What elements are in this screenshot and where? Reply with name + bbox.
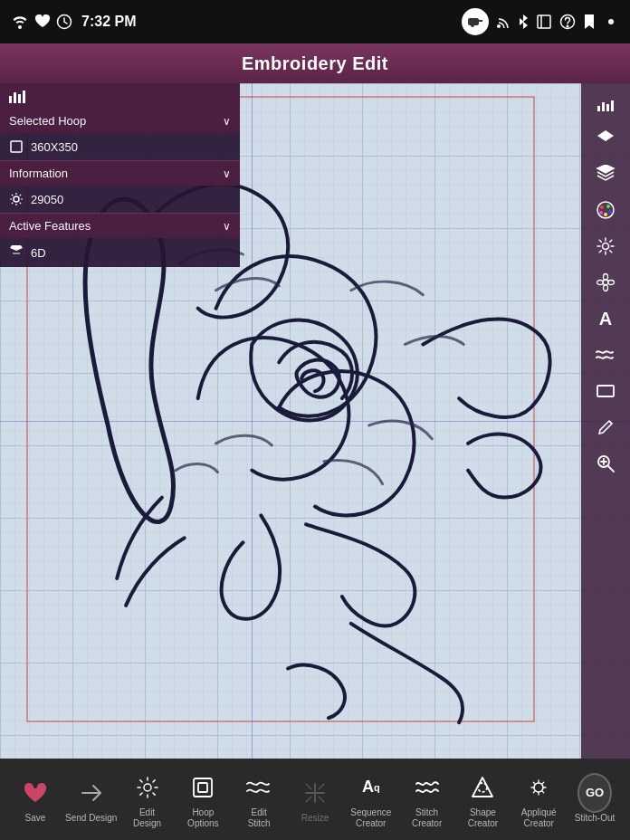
- send-design-icon: [74, 776, 109, 810]
- svg-rect-27: [597, 386, 614, 396]
- stitch-out-icon: GO: [578, 776, 612, 810]
- shape-creator-icon: [465, 770, 500, 805]
- edit-stitch-icon: [242, 770, 276, 805]
- page-title: Embroidery Edit: [242, 53, 388, 74]
- status-bar: 7:32 PM: [0, 0, 630, 43]
- edit-design-label: EditDesign: [133, 807, 161, 829]
- stitch-count-value: 29050: [31, 193, 63, 206]
- bottom-toolbar: Save Send Design EditDesign HoopOptions: [0, 759, 630, 840]
- main-area: Selected Hoop ∨ 360X350 Information ∨: [0, 83, 630, 759]
- information-header[interactable]: Information ∨: [0, 161, 240, 186]
- applique-creator-label: AppliquéCreator: [521, 807, 557, 829]
- bookmark-icon: [583, 14, 596, 30]
- layers-button[interactable]: [587, 158, 624, 190]
- stitch-creator-label: StitchCreator: [412, 807, 442, 829]
- palette-button[interactable]: [587, 194, 624, 226]
- svg-point-18: [608, 210, 612, 214]
- active-feature-row: 6D: [0, 238, 240, 267]
- crosshair-horizontal: [0, 421, 630, 422]
- svg-point-19: [604, 213, 607, 216]
- help-icon: [559, 14, 576, 30]
- selected-hoop-header[interactable]: Selected Hoop ∨: [0, 109, 240, 133]
- resize-icon: [298, 776, 332, 810]
- edit-design-button[interactable]: EditDesign: [121, 770, 174, 829]
- stitch-type-button[interactable]: [587, 339, 624, 371]
- bluetooth-icon: [518, 14, 529, 30]
- save-label: Save: [25, 813, 46, 824]
- resize-label: Resize: [301, 813, 329, 824]
- chevron-down-icon: ∨: [223, 115, 231, 128]
- active-feature-value: 6D: [31, 246, 46, 260]
- feature-icon: [9, 244, 24, 261]
- svg-point-4: [497, 24, 501, 28]
- right-bars-icon: [597, 97, 614, 111]
- title-bar: Embroidery Edit: [0, 43, 630, 83]
- send-design-button[interactable]: Send Design: [65, 776, 118, 824]
- machine-icon: [462, 8, 489, 35]
- stitch-count-row: 29050: [0, 186, 240, 213]
- edit-button[interactable]: [587, 411, 624, 444]
- information-label: Information: [9, 167, 68, 180]
- svg-point-29: [144, 784, 151, 791]
- sequence-creator-button[interactable]: Aq SequenceCreator: [345, 770, 397, 829]
- clock-icon: [56, 14, 72, 30]
- svg-rect-5: [538, 15, 550, 28]
- layers-up-button[interactable]: [587, 121, 624, 154]
- send-design-label: Send Design: [65, 813, 117, 824]
- wifi-icon: [11, 14, 29, 29]
- resize-button[interactable]: Resize: [289, 776, 341, 824]
- status-icons-right: [496, 14, 619, 30]
- left-panel: Selected Hoop ∨ 360X350 Information ∨: [0, 83, 240, 267]
- svg-point-8: [608, 19, 614, 24]
- svg-rect-13: [11, 141, 22, 152]
- hoop-value-row: 360X350: [0, 133, 240, 160]
- selected-hoop-label: Selected Hoop: [9, 114, 86, 128]
- svg-point-17: [606, 205, 610, 208]
- applique-creator-button[interactable]: AppliquéCreator: [512, 770, 565, 829]
- save-button[interactable]: Save: [9, 776, 62, 824]
- stitch-creator-button[interactable]: StitchCreator: [401, 770, 453, 829]
- svg-point-16: [600, 205, 604, 209]
- sequence-creator-label: SequenceCreator: [350, 807, 391, 829]
- hoop-options-label: HoopOptions: [187, 807, 218, 829]
- panel-bars-header[interactable]: [0, 83, 240, 109]
- sequence-creator-icon: Aq: [354, 770, 388, 805]
- active-features-header[interactable]: Active Features ∨: [0, 214, 240, 238]
- svg-rect-30: [194, 778, 212, 797]
- status-icons-left: 7:32 PM: [11, 14, 454, 30]
- edit-stitch-label: EditStitch: [248, 807, 271, 829]
- rectangle-button[interactable]: [587, 375, 624, 407]
- stitch-count-icon: [9, 192, 24, 206]
- chevron-down-icon3: ∨: [223, 220, 231, 233]
- svg-point-14: [14, 196, 19, 202]
- svg-rect-31: [198, 783, 207, 792]
- settings-button[interactable]: [587, 230, 624, 262]
- zoom-button[interactable]: [587, 447, 624, 480]
- right-toolbar-bars: [587, 91, 624, 118]
- hoop-size-value: 360X350: [31, 140, 78, 154]
- svg-rect-3: [478, 20, 482, 22]
- gear-icon: [603, 14, 619, 30]
- hoop-icon: [9, 139, 24, 154]
- crosshair-vertical: [252, 83, 253, 759]
- flower-button[interactable]: [587, 266, 624, 299]
- heart-icon: [34, 14, 51, 29]
- svg-marker-32: [472, 778, 492, 797]
- hoop-options-button[interactable]: HoopOptions: [177, 770, 229, 829]
- stitch-out-button[interactable]: GO Stitch-Out: [568, 776, 621, 824]
- svg-point-21: [603, 243, 609, 250]
- edit-stitch-button[interactable]: EditStitch: [233, 770, 285, 829]
- text-button[interactable]: A: [587, 302, 624, 335]
- svg-point-20: [599, 211, 603, 215]
- svg-point-2: [471, 24, 474, 27]
- book-icon: [536, 14, 552, 30]
- stitch-creator-icon: [410, 770, 444, 805]
- go-badge[interactable]: GO: [578, 773, 612, 813]
- applique-creator-icon: [521, 770, 556, 805]
- active-features-label: Active Features: [9, 219, 91, 233]
- save-icon: [18, 776, 52, 810]
- hoop-options-icon: [186, 770, 220, 805]
- shape-creator-button[interactable]: ShapeCreator: [456, 770, 509, 829]
- svg-point-7: [567, 25, 568, 27]
- edit-design-icon: [130, 770, 165, 805]
